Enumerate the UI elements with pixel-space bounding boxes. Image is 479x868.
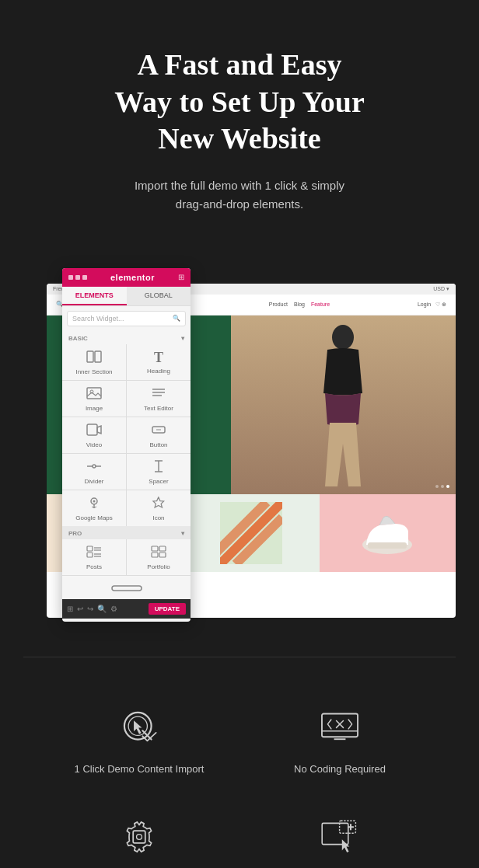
panel-icon-1: ⊞ xyxy=(67,605,73,613)
heading-label: Heading xyxy=(147,368,170,375)
text-editor-icon xyxy=(151,387,166,402)
page-builder-icon-wrapper xyxy=(316,814,363,860)
panel-icon-5: ⚙ xyxy=(110,605,117,613)
panel-search: Search Widget... 🔍 xyxy=(62,306,191,331)
divider-icon xyxy=(86,460,102,475)
panel-logo: elementor xyxy=(110,273,155,282)
panel-bottom-bar: ⊞ ↩ ↪ 🔍 ⚙ UPDATE xyxy=(62,599,191,619)
image-label: Image xyxy=(86,405,103,412)
cursor-circle-icon xyxy=(119,707,159,748)
svg-point-42 xyxy=(137,834,142,839)
panel-header-dots xyxy=(68,275,87,280)
google-maps-icon xyxy=(86,497,102,511)
features-section: 1 Click Demo Content Import xyxy=(0,657,479,869)
spacer-label: Spacer xyxy=(149,478,168,485)
demo-import-label: 1 Click Demo Content Import xyxy=(75,763,205,775)
panel-item-icon[interactable]: Icon xyxy=(127,490,191,526)
feature-page-builder: Drag & Drop Page Builder xyxy=(247,814,432,869)
panel-item-posts[interactable]: Posts xyxy=(62,539,126,575)
panel-update-button[interactable]: UPDATE xyxy=(149,603,186,615)
panel-item-video[interactable]: Video xyxy=(62,417,126,453)
feature-seo: SEO Optimized xyxy=(47,814,232,869)
panel-bottom-icons: ⊞ ↩ ↪ 🔍 ⚙ xyxy=(67,605,117,613)
panel-icon-2: ↩ xyxy=(77,605,83,613)
section-collapse-icon: ▾ xyxy=(181,335,184,342)
panel-section-basic: BASIC ▾ xyxy=(62,331,191,344)
wide-widget-icon xyxy=(111,582,142,594)
svg-point-0 xyxy=(332,325,354,350)
panel-grid-icon: ⊞ xyxy=(178,273,184,281)
panel-item-image[interactable]: Image xyxy=(62,381,126,417)
screenshot-container: Free shipping for orders over... USD ▾ 🔍… xyxy=(23,268,456,626)
screenshot-section: Free shipping for orders over... USD ▾ 🔍… xyxy=(0,245,479,657)
svg-rect-4 xyxy=(368,542,407,549)
panel-icon-4: 🔍 xyxy=(97,605,107,613)
demo-import-icon-wrapper xyxy=(116,704,163,751)
site-nav-actions: Login ♡ ⊕ xyxy=(418,302,446,308)
gear-settings-icon xyxy=(119,817,159,857)
posts-label: Posts xyxy=(86,563,102,570)
portfolio-label: Portfolio xyxy=(147,563,170,570)
tab-elements[interactable]: ELEMENTS xyxy=(62,287,127,305)
panel-item-divider[interactable]: Divider xyxy=(62,454,126,490)
icon-label: Icon xyxy=(152,514,164,521)
section-label-basic: BASIC xyxy=(68,335,88,342)
svg-rect-12 xyxy=(87,424,97,435)
svg-rect-23 xyxy=(87,546,93,551)
site-dot-3 xyxy=(446,485,449,488)
site-nav-links: Product Blog Feature xyxy=(269,302,330,307)
site-dots xyxy=(435,485,449,488)
panel-header: elementor ⊞ xyxy=(62,268,191,287)
product-pattern-icon xyxy=(220,502,282,564)
panel-item-spacer[interactable]: Spacer xyxy=(127,454,191,490)
svg-point-16 xyxy=(93,465,96,468)
panel-item-text-editor[interactable]: Text Editor xyxy=(127,381,191,417)
image-icon xyxy=(86,387,102,402)
panel-item-heading[interactable]: T Heading xyxy=(127,344,191,380)
svg-rect-32 xyxy=(159,553,166,557)
svg-rect-24 xyxy=(87,553,93,557)
tab-global[interactable]: GLOBAL xyxy=(127,287,191,305)
hero-title: A Fast and Easy Way to Set Up Your New W… xyxy=(47,47,432,158)
spacer-icon xyxy=(151,460,166,475)
svg-rect-33 xyxy=(112,586,142,591)
video-icon xyxy=(86,424,102,438)
inner-section-icon xyxy=(86,350,102,365)
svg-point-22 xyxy=(93,500,96,502)
panel-item-inner-section[interactable]: Inner Section xyxy=(62,344,126,380)
panel-pro-grid: Posts Portfolio xyxy=(62,539,191,599)
portfolio-icon xyxy=(151,546,166,560)
features-grid: 1 Click Demo Content Import xyxy=(47,704,432,869)
panel-section-pro: PRO ▾ xyxy=(62,526,191,539)
panel-item-wide[interactable] xyxy=(62,576,191,599)
feature-no-coding: No Coding Required xyxy=(247,704,432,775)
site-product-2 xyxy=(183,494,319,572)
panel-dot-1 xyxy=(68,275,73,280)
inner-section-label: Inner Section xyxy=(75,368,112,375)
video-label: Video xyxy=(86,441,102,448)
panel-search-box[interactable]: Search Widget... 🔍 xyxy=(67,311,186,326)
icon-widget-icon xyxy=(151,497,166,511)
panel-tabs: ELEMENTS GLOBAL xyxy=(62,287,191,306)
panel-dot-2 xyxy=(75,275,80,280)
site-dot-1 xyxy=(435,485,439,488)
panel-item-button[interactable]: Button xyxy=(127,417,191,453)
google-maps-label: Google Maps xyxy=(75,514,113,521)
panel-item-google-maps[interactable]: Google Maps xyxy=(62,490,126,526)
hero-section: A Fast and Easy Way to Set Up Your New W… xyxy=(0,0,479,245)
section-collapse-pro-icon: ▾ xyxy=(181,530,184,537)
search-placeholder: Search Widget... xyxy=(72,315,124,322)
svg-rect-29 xyxy=(152,546,158,551)
svg-rect-30 xyxy=(159,546,166,551)
button-label: Button xyxy=(149,441,167,448)
site-hero-image xyxy=(231,315,456,494)
cursor-plus-icon xyxy=(320,817,360,857)
page-wrapper: A Fast and Easy Way to Set Up Your New W… xyxy=(0,0,479,868)
feature-demo-import: 1 Click Demo Content Import xyxy=(47,704,232,775)
no-coding-label: No Coding Required xyxy=(294,763,386,775)
panel-item-portfolio[interactable]: Portfolio xyxy=(127,539,191,575)
svg-rect-43 xyxy=(322,823,348,844)
panel-items-grid: Inner Section T Heading Image xyxy=(62,344,191,526)
text-editor-label: Text Editor xyxy=(144,405,173,412)
section-label-pro: PRO xyxy=(68,530,82,537)
